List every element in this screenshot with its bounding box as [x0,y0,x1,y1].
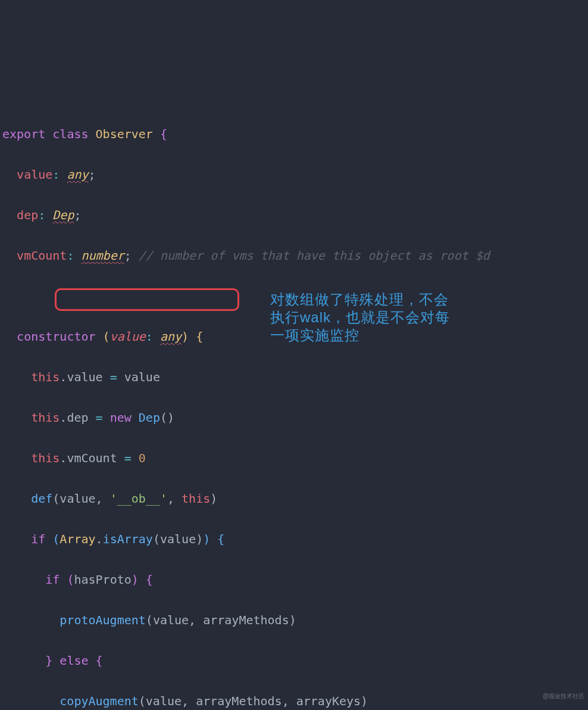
code-line: copyAugment(value, arrayMethods, arrayKe… [2,691,588,710]
code-line: def(value, '__ob__', this) [2,488,588,509]
code-line: vmCount: number; // number of vms that h… [2,245,588,266]
code-line: this.dep = new Dep() [2,407,588,428]
code-line: if (Array.isArray(value)) { [2,529,588,549]
constructor-keyword: constructor [17,329,95,344]
code-line: dep: Dep; [2,205,588,225]
code-line: export class Observer { [2,124,588,144]
annotation-text: 对数组做了特殊处理，不会 执行walk，也就是不会对每 一项实施监控 [270,291,478,344]
code-line: value: any; [2,164,588,185]
comment: // number of vms that have this object a… [139,248,490,263]
code-line: this.vmCount = 0 [2,448,588,468]
code-editor[interactable]: export class Observer { value: any; dep:… [0,81,588,710]
watermark: @掘金技术社区 [543,686,584,706]
class-name: Observer [96,127,153,141]
code-line: } else { [2,650,588,671]
code-line: this.value = value [2,367,588,387]
code-line: if (hasProto) { [2,569,588,590]
keyword-class: class [52,127,88,141]
keyword-export: export [2,127,45,141]
code-line: protoAugment(value, arrayMethods) [2,610,588,630]
